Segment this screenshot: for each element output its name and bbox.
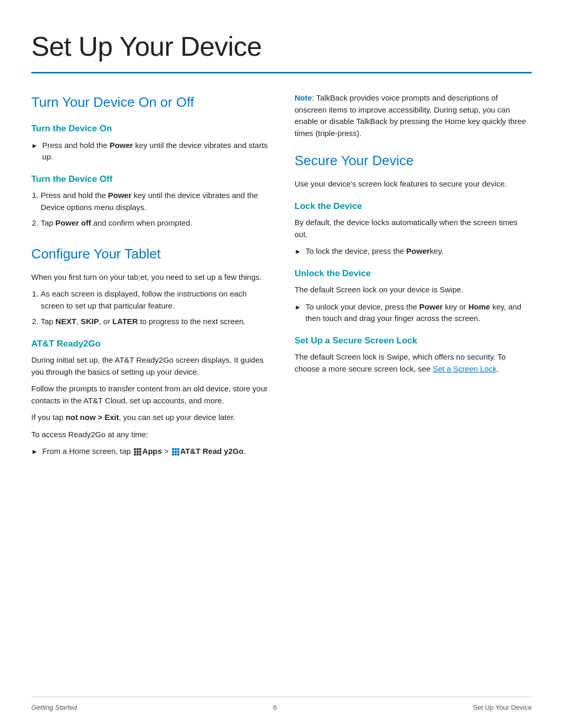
screen-lock-para: The default Screen lock is Swipe, which …	[295, 351, 532, 375]
bullet-arrow-icon-2: ►	[31, 447, 38, 457]
title-divider	[31, 72, 532, 73]
unlock-para: The default Screen lock on your device i…	[295, 284, 532, 296]
footer-right: Set Up Your Device	[473, 702, 532, 713]
subsection-lock: Lock the Device By default, the device l…	[295, 200, 532, 257]
lock-bullet: ► To lock the device, press the Powerkey…	[295, 245, 532, 257]
turn-off-list: Press and hold the Power key until the d…	[41, 190, 268, 229]
turn-off-item-1: Press and hold the Power key until the d…	[41, 190, 268, 213]
att-bullet-text: From a Home screen, tap	[42, 446, 246, 458]
content-area: Turn Your Device On or Off Turn the Devi…	[31, 92, 532, 462]
secure-title: Secure Your Device	[295, 151, 532, 171]
subsection-turn-on: Turn the Device On ► Press and hold the …	[31, 122, 268, 163]
subsection-att-ready2go: AT&T Ready2Go During initial set up, the…	[31, 337, 268, 458]
page-title: Set Up Your Device	[31, 26, 532, 67]
apps-grid-icon	[134, 448, 141, 455]
footer: Getting Started 6 Set Up Your Device	[31, 697, 532, 713]
configure-intro: When you first turn on your tab;et, you …	[31, 272, 268, 283]
att-para3: If you tap not now > Exit, you can set u…	[31, 412, 268, 424]
att-para2: Follow the prompts to transfer content f…	[31, 383, 268, 406]
turn-off-title: Turn the Device Off	[31, 172, 268, 186]
configure-list: As each screen is displayed, follow the …	[41, 288, 268, 328]
section-configure: Configure Your Tablet When you first tur…	[31, 244, 268, 458]
att-para1: During initial set up, the AT&T Ready2Go…	[31, 354, 268, 378]
footer-center: 6	[273, 702, 277, 713]
att-ready2go-title: AT&T Ready2Go	[31, 337, 268, 351]
footer-left: Getting Started	[31, 702, 77, 713]
section-turn-on-off-title: Turn Your Device On or Off	[31, 92, 268, 113]
note-text: Note: TalkBack provides voice prompts an…	[295, 92, 532, 139]
configure-item-2: Tap NEXT, SKIP, or LATER to progress to …	[41, 316, 268, 328]
turn-on-title: Turn the Device On	[31, 122, 268, 135]
bullet-arrow-icon-4: ►	[295, 302, 301, 313]
subsection-unlock: Unlock the Device The default Screen loc…	[295, 267, 532, 325]
unlock-title: Unlock the Device	[295, 267, 532, 280]
unlock-bullet-text: To unlock your device, press the Power k…	[305, 301, 532, 325]
att-para4: To access Ready2Go at any time:	[31, 429, 268, 441]
page: Set Up Your Device Turn Your Device On o…	[0, 0, 563, 728]
subsection-screen-lock: Set Up a Secure Screen Lock The default …	[295, 334, 532, 375]
screen-lock-title: Set Up a Secure Screen Lock	[295, 334, 532, 348]
turn-off-item-2: Tap Power off and confirm when prompted.	[41, 217, 268, 229]
lock-title: Lock the Device	[295, 200, 532, 213]
lock-para: By default, the device locks automatical…	[295, 217, 532, 240]
note-label: Note	[295, 93, 312, 102]
left-column: Turn Your Device On or Off Turn the Devi…	[31, 92, 268, 462]
att-bullet: ► From a Home screen, tap	[31, 446, 268, 458]
subsection-turn-off: Turn the Device Off Press and hold the P…	[31, 172, 268, 229]
configure-title: Configure Your Tablet	[31, 244, 268, 264]
unlock-bullet: ► To unlock your device, press the Power…	[295, 301, 532, 325]
turn-on-bullet: ► Press and hold the Power key until the…	[31, 140, 268, 163]
bullet-arrow-icon: ►	[31, 141, 38, 151]
bullet-arrow-icon-3: ►	[295, 246, 301, 257]
secure-intro: Use your device's screen lock features t…	[295, 178, 532, 190]
lock-bullet-text: To lock the device, press the Powerkey.	[305, 245, 444, 257]
right-column: Note: TalkBack provides voice prompts an…	[295, 92, 532, 462]
configure-item-1: As each screen is displayed, follow the …	[41, 288, 268, 312]
set-screen-lock-link[interactable]: Set a Screen Lock	[433, 364, 497, 373]
turn-on-text: Press and hold the Power key until the d…	[42, 140, 268, 163]
note-box: Note: TalkBack provides voice prompts an…	[295, 92, 532, 139]
att-ready2go-icon	[172, 448, 179, 455]
